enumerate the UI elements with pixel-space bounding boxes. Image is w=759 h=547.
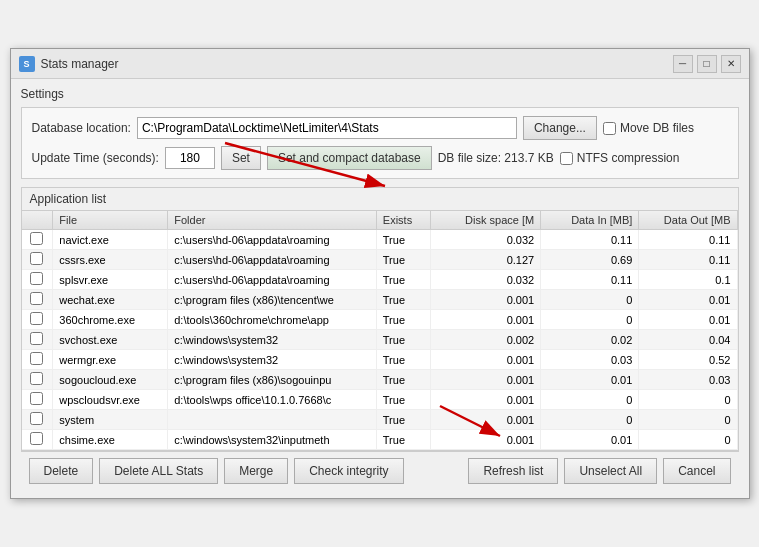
ntfs-label: NTFS compression bbox=[577, 151, 680, 165]
row-dataout: 0.03 bbox=[639, 370, 737, 390]
row-disk: 0.002 bbox=[430, 330, 540, 350]
table-row: wpscloudsvr.exe d:\tools\wps office\10.1… bbox=[22, 390, 738, 410]
row-folder: c:\windows\system32\inputmeth bbox=[168, 430, 377, 450]
row-disk: 0.001 bbox=[430, 370, 540, 390]
maximize-button[interactable]: □ bbox=[697, 55, 717, 73]
row-folder: c:\users\hd-06\appdata\roaming bbox=[168, 250, 377, 270]
table-body: navict.exe c:\users\hd-06\appdata\roamin… bbox=[22, 230, 738, 450]
move-db-checkbox-row: Move DB files bbox=[603, 121, 694, 135]
table-row: system True 0.001 0 0 bbox=[22, 410, 738, 430]
delete-all-button[interactable]: Delete ALL Stats bbox=[99, 458, 218, 484]
table-row: sogoucloud.exe c:\program files (x86)\so… bbox=[22, 370, 738, 390]
row-file: svchost.exe bbox=[53, 330, 168, 350]
row-checkbox[interactable] bbox=[30, 312, 43, 325]
row-file: system bbox=[53, 410, 168, 430]
move-db-checkbox[interactable] bbox=[603, 122, 616, 135]
row-checkbox[interactable] bbox=[30, 352, 43, 365]
update-time-label: Update Time (seconds): bbox=[32, 151, 159, 165]
row-file: splsvr.exe bbox=[53, 270, 168, 290]
row-checkbox-cell bbox=[22, 230, 53, 250]
row-disk: 0.001 bbox=[430, 430, 540, 450]
row-dataout: 0.01 bbox=[639, 290, 737, 310]
table-container: File Folder Exists Disk space [M Data In… bbox=[22, 211, 738, 450]
stats-manager-window: S Stats manager ─ □ ✕ Settings Database … bbox=[10, 48, 750, 499]
row-exists: True bbox=[376, 250, 430, 270]
row-dataout: 0 bbox=[639, 410, 737, 430]
cancel-button[interactable]: Cancel bbox=[663, 458, 730, 484]
app-list-label: Application list bbox=[22, 188, 738, 211]
row-checkbox-cell bbox=[22, 310, 53, 330]
ntfs-checkbox-row: NTFS compression bbox=[560, 151, 680, 165]
change-button[interactable]: Change... bbox=[523, 116, 597, 140]
window-icon: S bbox=[19, 56, 35, 72]
row-checkbox[interactable] bbox=[30, 272, 43, 285]
window-title: Stats manager bbox=[41, 57, 119, 71]
minimize-button[interactable]: ─ bbox=[673, 55, 693, 73]
col-header-folder: Folder bbox=[168, 211, 377, 230]
db-size-label: DB file size: 213.7 KB bbox=[438, 151, 554, 165]
row-checkbox-cell bbox=[22, 390, 53, 410]
table-row: chsime.exe c:\windows\system32\inputmeth… bbox=[22, 430, 738, 450]
row-datain: 0 bbox=[541, 310, 639, 330]
row-checkbox[interactable] bbox=[30, 292, 43, 305]
row-exists: True bbox=[376, 230, 430, 250]
title-bar-left: S Stats manager bbox=[19, 56, 119, 72]
row-datain: 0 bbox=[541, 390, 639, 410]
row-disk: 0.032 bbox=[430, 270, 540, 290]
set-button[interactable]: Set bbox=[221, 146, 261, 170]
row-disk: 0.001 bbox=[430, 310, 540, 330]
row-checkbox[interactable] bbox=[30, 232, 43, 245]
row-dataout: 0.04 bbox=[639, 330, 737, 350]
table-header-row: File Folder Exists Disk space [M Data In… bbox=[22, 211, 738, 230]
app-list-section: Application list File Folder Exists Disk… bbox=[21, 187, 739, 451]
move-db-label: Move DB files bbox=[620, 121, 694, 135]
row-disk: 0.032 bbox=[430, 230, 540, 250]
row-folder: c:\program files (x86)\sogouinpu bbox=[168, 370, 377, 390]
row-checkbox[interactable] bbox=[30, 432, 43, 445]
row-folder: c:\users\hd-06\appdata\roaming bbox=[168, 230, 377, 250]
settings-group: Database location: Change... Move DB fil… bbox=[21, 107, 739, 179]
row-checkbox[interactable] bbox=[30, 372, 43, 385]
row-checkbox[interactable] bbox=[30, 412, 43, 425]
app-table: File Folder Exists Disk space [M Data In… bbox=[22, 211, 738, 450]
row-checkbox[interactable] bbox=[30, 252, 43, 265]
row-checkbox[interactable] bbox=[30, 332, 43, 345]
row-exists: True bbox=[376, 310, 430, 330]
row-file: wpscloudsvr.exe bbox=[53, 390, 168, 410]
row-disk: 0.001 bbox=[430, 410, 540, 430]
row-exists: True bbox=[376, 430, 430, 450]
table-row: 360chrome.exe d:\tools\360chrome\chrome\… bbox=[22, 310, 738, 330]
close-button[interactable]: ✕ bbox=[721, 55, 741, 73]
row-exists: True bbox=[376, 410, 430, 430]
settings-label: Settings bbox=[21, 87, 739, 101]
row-folder: d:\tools\wps office\10.1.0.7668\c bbox=[168, 390, 377, 410]
row-dataout: 0.11 bbox=[639, 250, 737, 270]
row-folder: c:\program files (x86)\tencent\we bbox=[168, 290, 377, 310]
row-folder: c:\windows\system32 bbox=[168, 330, 377, 350]
row-datain: 0.01 bbox=[541, 370, 639, 390]
row-datain: 0.11 bbox=[541, 270, 639, 290]
row-folder: c:\users\hd-06\appdata\roaming bbox=[168, 270, 377, 290]
update-time-input[interactable] bbox=[165, 147, 215, 169]
merge-button[interactable]: Merge bbox=[224, 458, 288, 484]
update-time-row: Update Time (seconds): Set Set and compa… bbox=[32, 146, 728, 170]
db-path-input[interactable] bbox=[137, 117, 517, 139]
row-datain: 0 bbox=[541, 410, 639, 430]
bottom-bar: Delete Delete ALL Stats Merge Check inte… bbox=[21, 451, 739, 490]
row-folder: c:\windows\system32 bbox=[168, 350, 377, 370]
row-folder: d:\tools\360chrome\chrome\app bbox=[168, 310, 377, 330]
row-file: wermgr.exe bbox=[53, 350, 168, 370]
col-header-check bbox=[22, 211, 53, 230]
row-checkbox-cell bbox=[22, 410, 53, 430]
check-integrity-button[interactable]: Check integrity bbox=[294, 458, 403, 484]
row-checkbox-cell bbox=[22, 250, 53, 270]
set-compact-button[interactable]: Set and compact database bbox=[267, 146, 432, 170]
row-checkbox[interactable] bbox=[30, 392, 43, 405]
unselect-all-button[interactable]: Unselect All bbox=[564, 458, 657, 484]
delete-button[interactable]: Delete bbox=[29, 458, 94, 484]
row-exists: True bbox=[376, 290, 430, 310]
row-disk: 0.127 bbox=[430, 250, 540, 270]
refresh-list-button[interactable]: Refresh list bbox=[468, 458, 558, 484]
ntfs-checkbox[interactable] bbox=[560, 152, 573, 165]
row-dataout: 0.11 bbox=[639, 230, 737, 250]
